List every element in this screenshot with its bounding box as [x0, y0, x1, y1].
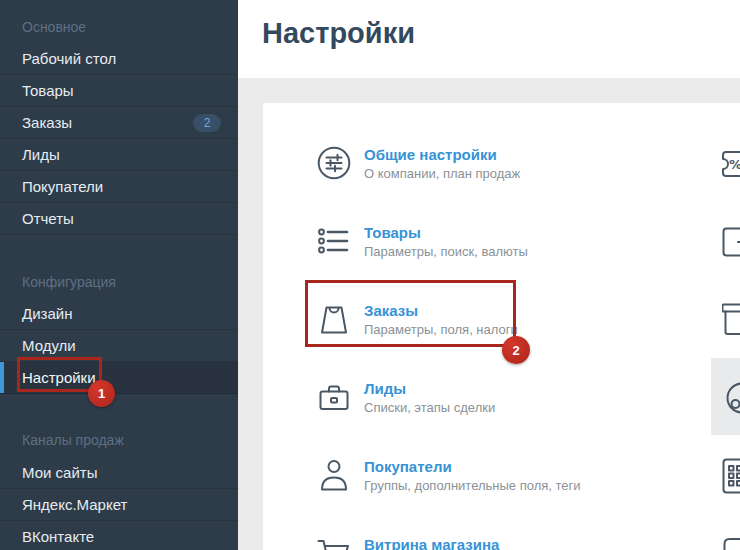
- device-icon[interactable]: [722, 536, 740, 550]
- settings-item-title[interactable]: Лиды: [364, 380, 495, 397]
- sidebar-item-vkontakte[interactable]: ВКонтакте: [0, 521, 238, 550]
- sidebar-item-label: Мои сайты: [22, 464, 97, 481]
- sidebar-item-dashboard[interactable]: Рабочий стол: [0, 43, 238, 75]
- settings-item-customers[interactable]: Покупатели Группы, дополнительные поля, …: [263, 436, 693, 514]
- sidebar-item-leads[interactable]: Лиды: [0, 139, 238, 171]
- sidebar-item-label: Заказы: [22, 114, 72, 131]
- settings-item-subtitle: Списки, этапы сделки: [364, 400, 495, 415]
- sidebar-item-my-sites[interactable]: Мои сайты: [0, 457, 238, 489]
- person-icon: [316, 457, 352, 493]
- briefcase-icon: [316, 379, 352, 415]
- sidebar-item-reports[interactable]: Отчеты: [0, 203, 238, 235]
- settings-item-leads[interactable]: Лиды Списки, этапы сделки: [263, 358, 693, 436]
- settings-item-title[interactable]: Товары: [364, 224, 528, 241]
- archive-box-icon[interactable]: [722, 302, 740, 338]
- annotation-box-orders-settings: [305, 280, 516, 347]
- list-icon: [316, 223, 352, 259]
- sidebar-item-orders[interactable]: Заказы 2: [0, 107, 238, 139]
- settings-item-subtitle: Группы, дополнительные поля, теги: [364, 478, 581, 493]
- settings-item-title[interactable]: Покупатели: [364, 458, 581, 475]
- settings-item-general[interactable]: Общие настройки О компании, план продаж: [263, 124, 693, 202]
- settings-item-products[interactable]: Товары Параметры, поиск, валюты: [263, 202, 693, 280]
- settings-item-title[interactable]: Витрина магазина: [364, 536, 499, 550]
- page-title: Настройки: [238, 0, 740, 50]
- sidebar-item-label: Лиды: [22, 146, 60, 163]
- settings-item-subtitle: Параметры, поиск, валюты: [364, 244, 528, 259]
- support-circle-icon[interactable]: [722, 380, 740, 416]
- keypad-icon[interactable]: [722, 458, 740, 494]
- orders-count-badge: 2: [193, 114, 221, 132]
- shopping-cart-icon: [316, 535, 352, 550]
- sidebar-item-label: Покупатели: [22, 178, 103, 195]
- sidebar-item-label: Модули: [22, 337, 76, 354]
- sidebar-item-label: Дизайн: [22, 305, 72, 322]
- annotation-step-1-badge: 1: [88, 380, 115, 407]
- sidebar-section-main: Основное: [0, 19, 238, 35]
- coupon-icon[interactable]: %: [722, 146, 740, 182]
- sidebar-section-sales-channels: Каналы продаж: [0, 432, 238, 448]
- sidebar-item-products[interactable]: Товары: [0, 75, 238, 107]
- sidebar-section-configuration: Конфигурация: [0, 274, 238, 290]
- sidebar-item-label: ВКонтакте: [22, 528, 94, 545]
- settings-item-subtitle: О компании, план продаж: [364, 166, 520, 181]
- sidebar-item-label: Отчеты: [22, 210, 74, 227]
- sidebar: Основное Рабочий стол Товары Заказы 2 Ли…: [0, 0, 238, 550]
- settings-item-title[interactable]: Общие настройки: [364, 146, 520, 163]
- sidebar-item-label: Товары: [22, 82, 74, 99]
- main-header: Настройки: [238, 0, 740, 78]
- sliders-circle-icon: [316, 145, 352, 181]
- sidebar-item-design[interactable]: Дизайн: [0, 298, 238, 330]
- sidebar-item-label: Яндекс.Маркет: [22, 496, 127, 513]
- card-icon[interactable]: [722, 224, 740, 260]
- svg-text:%: %: [729, 157, 740, 172]
- sidebar-item-customers[interactable]: Покупатели: [0, 171, 238, 203]
- sidebar-item-label: Рабочий стол: [22, 50, 116, 67]
- settings-item-storefront[interactable]: Витрина магазина: [263, 514, 693, 550]
- annotation-step-2-badge: 2: [502, 336, 530, 364]
- sidebar-item-yandex-market[interactable]: Яндекс.Маркет: [0, 489, 238, 521]
